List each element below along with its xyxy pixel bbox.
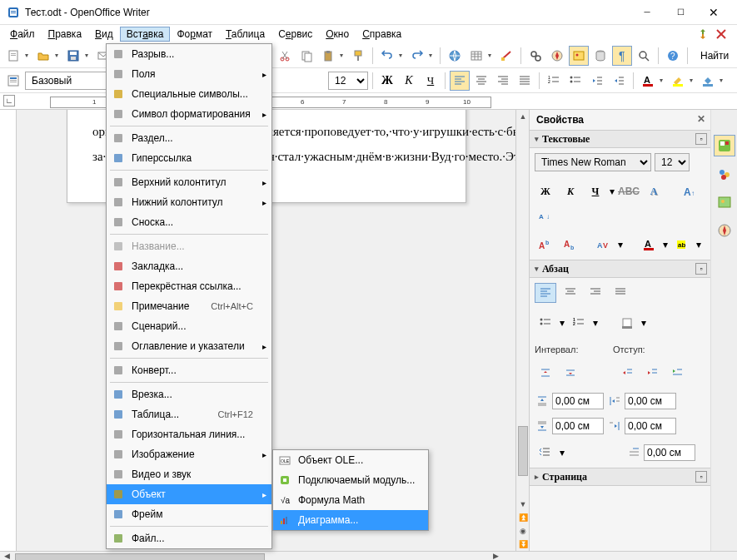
menu-item-20[interactable]: Видео и звук <box>107 464 271 484</box>
gallery-button[interactable] <box>569 46 589 66</box>
highlight-button[interactable] <box>668 71 688 91</box>
menu-item-9[interactable]: Название... <box>107 236 271 256</box>
maximize-button[interactable]: ☐ <box>664 1 697 24</box>
close-panel-icon[interactable]: ✕ <box>697 113 705 125</box>
menu-item-13[interactable]: Сценарий... <box>107 316 271 336</box>
align-justify-button[interactable] <box>515 71 535 91</box>
menu-file[interactable]: Файл <box>3 27 42 42</box>
menu-help[interactable]: Справка <box>356 27 408 42</box>
menu-item-6[interactable]: Верхний колонтитул▸ <box>107 172 271 192</box>
sidebar-bold[interactable]: Ж <box>535 181 556 201</box>
find-replace-button[interactable] <box>525 46 545 66</box>
para-align-center[interactable] <box>560 283 581 303</box>
bold-button[interactable]: Ж <box>377 71 397 91</box>
menu-insert[interactable]: Вставка <box>120 27 171 42</box>
sidebar-dec-font[interactable]: A↓ <box>535 205 556 225</box>
spacing-inc[interactable] <box>535 363 556 383</box>
page-section-header[interactable]: ▸Страница ▫ <box>530 468 710 486</box>
save-button[interactable] <box>63 46 83 66</box>
section-more-icon[interactable]: ▫ <box>695 133 707 145</box>
para-align-justify[interactable] <box>610 283 631 303</box>
menu-item-0[interactable]: Разрыв... <box>107 44 271 64</box>
hyperlink-button[interactable] <box>445 46 465 66</box>
tab-gallery-icon[interactable] <box>714 191 735 213</box>
align-left-button[interactable] <box>450 71 470 91</box>
italic-button[interactable]: К <box>399 71 419 91</box>
section-more-icon[interactable]: ▫ <box>695 471 707 483</box>
copy-button[interactable] <box>296 46 316 66</box>
help-button[interactable]: ? <box>663 46 683 66</box>
submenu-item-1[interactable]: Подключаемый модуль... <box>273 470 428 490</box>
sidebar-sub[interactable]: Ab <box>560 235 581 255</box>
line-spacing[interactable] <box>535 443 556 463</box>
menu-item-15[interactable]: Конверт... <box>107 360 271 380</box>
find-label[interactable]: Найти <box>697 50 732 62</box>
styles-button[interactable] <box>3 71 23 91</box>
indent-left-input[interactable] <box>625 393 676 409</box>
vertical-ruler[interactable] <box>0 110 17 551</box>
para-align-left[interactable] <box>535 283 556 303</box>
sidebar-shadow[interactable]: A <box>643 181 665 201</box>
navigator-button[interactable] <box>547 46 567 66</box>
para-section-header[interactable]: ▾Абзац ▫ <box>530 260 710 278</box>
format-paint-button[interactable] <box>348 46 368 66</box>
submenu-item-2[interactable]: √aФормула Math <box>273 490 428 510</box>
text-section-header[interactable]: ▾Текстовые ▫ <box>530 130 710 148</box>
submenu-item-0[interactable]: OLEОбъект OLE... <box>273 450 428 470</box>
indent-first-input[interactable] <box>644 444 695 461</box>
para-numbers[interactable]: 12 <box>568 313 590 333</box>
space-above-input[interactable] <box>552 393 604 409</box>
menu-item-2[interactable]: Специальные символы... <box>107 84 271 104</box>
tab-navigator-icon[interactable] <box>714 220 735 241</box>
underline-button[interactable]: Ч <box>421 71 441 91</box>
menu-item-1[interactable]: Поля▸ <box>107 64 271 84</box>
sidebar-font-combo[interactable]: Times New Roman <box>535 153 651 171</box>
menu-item-23[interactable]: Файл... <box>107 528 271 548</box>
menu-item-19[interactable]: Изображение▸ <box>107 444 271 464</box>
menu-item-5[interactable]: Гиперссылка <box>107 148 271 168</box>
cut-button[interactable] <box>275 46 295 66</box>
undo-button[interactable] <box>377 46 397 66</box>
menu-view[interactable]: Вид <box>88 27 120 42</box>
redo-button[interactable] <box>407 46 427 66</box>
menu-window[interactable]: Окно <box>319 27 356 42</box>
table-button[interactable] <box>466 46 486 66</box>
menu-format[interactable]: Формат <box>170 27 219 42</box>
align-right-button[interactable] <box>493 71 513 91</box>
para-align-right[interactable] <box>585 283 606 303</box>
para-bgcolor[interactable] <box>616 313 638 333</box>
font-size-combo[interactable]: 12 <box>328 72 368 90</box>
update-icon[interactable] <box>695 27 710 42</box>
sidebar-italic[interactable]: К <box>560 181 581 201</box>
new-doc-button[interactable] <box>3 46 23 66</box>
indent-right-input[interactable] <box>625 418 676 434</box>
sidebar-super[interactable]: Ab <box>535 235 556 255</box>
menu-item-22[interactable]: Фрейм <box>107 504 271 524</box>
menu-item-11[interactable]: Перекрёстная ссылка... <box>107 276 271 296</box>
menu-item-10[interactable]: Закладка... <box>107 256 271 276</box>
menu-item-8[interactable]: Сноска... <box>107 212 271 232</box>
menu-item-18[interactable]: Горизонтальная линия... <box>107 424 271 444</box>
indent-dec2[interactable] <box>641 363 663 383</box>
spacing-dec[interactable] <box>560 363 581 383</box>
menu-item-14[interactable]: Оглавление и указатели▸ <box>107 336 271 356</box>
sidebar-fontcolor[interactable]: A <box>638 235 660 255</box>
minimize-button[interactable]: ─ <box>630 1 664 24</box>
sidebar-underline[interactable]: Ч <box>585 181 606 201</box>
open-button[interactable] <box>33 46 53 66</box>
menu-item-7[interactable]: Нижний колонтитул▸ <box>107 192 271 212</box>
sidebar-strike[interactable]: ABC <box>618 181 640 201</box>
bg-color-button[interactable] <box>698 71 718 91</box>
indent-inc-button[interactable] <box>609 71 629 91</box>
menu-item-12[interactable]: ПримечаниеCtrl+Alt+C <box>107 296 271 316</box>
paste-button[interactable] <box>318 46 338 66</box>
indent-dec-button[interactable] <box>587 71 607 91</box>
sidebar-spacing[interactable]: AV <box>593 235 615 255</box>
menu-item-16[interactable]: Врезка... <box>107 384 271 404</box>
zoom-button[interactable] <box>634 46 654 66</box>
para-bullets[interactable] <box>535 313 556 333</box>
menu-item-3[interactable]: Символ форматирования▸ <box>107 104 271 124</box>
vertical-scrollbar[interactable]: ▲ ▼ ⏫ ◉ ⏬ <box>515 110 529 551</box>
menu-tools[interactable]: Сервис <box>271 27 319 42</box>
number-list-button[interactable]: 12 <box>544 71 564 91</box>
